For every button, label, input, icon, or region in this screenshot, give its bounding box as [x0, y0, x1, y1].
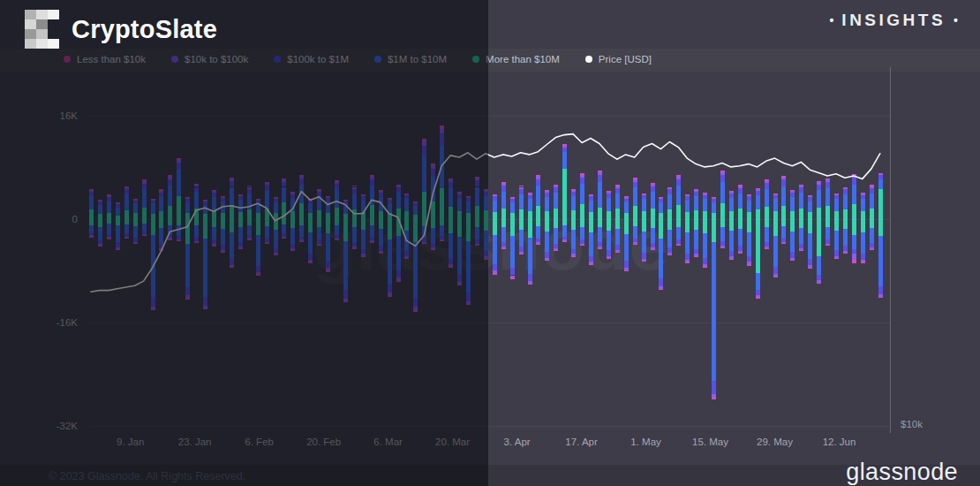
legend-label: $10k to $100k [185, 54, 248, 65]
legend-label: More than $10M [486, 54, 560, 65]
legend-dot-icon [585, 56, 592, 63]
legend-item-1m-10m[interactable]: $1M to $10M [374, 54, 447, 65]
legend-dot-icon [64, 56, 71, 63]
legend-dot-icon [472, 56, 479, 63]
legend-item-100k-1m[interactable]: $100k to $1M [274, 54, 349, 65]
price-axis-tick-label: $10k [901, 419, 923, 429]
price-line [91, 134, 880, 292]
legend-label: Price [USD] [599, 54, 652, 65]
glassnode-wordmark[interactable]: glassnode [846, 459, 958, 486]
brand-title: CryptoSlate [72, 15, 217, 44]
legend-item-10k-100k[interactable]: $10k to $100k [171, 54, 248, 65]
legend-item-more-than-10m[interactable]: More than $10M [472, 54, 560, 65]
copyright-text: © 2023 Glassnode. All Rights Reserved. [49, 470, 245, 482]
legend-item-less-than-10k[interactable]: Less than $10k [64, 54, 146, 65]
price-line-svg [0, 0, 980, 486]
legend-dot-icon [374, 56, 381, 63]
price-axis-line [890, 67, 891, 433]
chart-area: glassnode 16K0-16K-32K 9. Jan23. Jan6. F… [0, 0, 980, 486]
legend-item-price-usd[interactable]: Price [USD] [585, 54, 652, 65]
insights-page: glassnode 16K0-16K-32K 9. Jan23. Jan6. F… [0, 0, 980, 486]
legend-label: Less than $10k [77, 54, 146, 65]
cryptoslate-logo-icon [25, 10, 59, 49]
legend-label: $1M to $10M [388, 54, 447, 65]
cryptoslate-brand[interactable]: CryptoSlate [25, 10, 217, 49]
legend-dot-icon [274, 56, 281, 63]
legend-label: $100k to $1M [287, 54, 349, 65]
chart-legend: Less than $10k $10k to $100k $100k to $1… [64, 54, 652, 65]
legend-dot-icon [171, 56, 178, 63]
